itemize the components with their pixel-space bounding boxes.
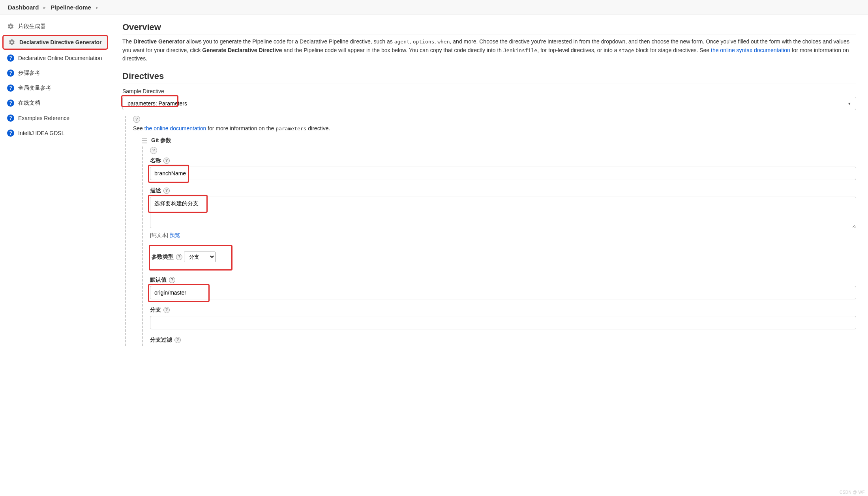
gear-icon	[8, 39, 15, 46]
description-textarea[interactable]: 选择要构建的分支	[150, 197, 856, 228]
breadcrumb-item-dashboard[interactable]: Dashboard	[8, 4, 39, 11]
branch-input[interactable]	[150, 316, 856, 329]
breadcrumb-item-project[interactable]: Pipeline-dome	[51, 4, 91, 11]
sidebar-item-intellij-gdsl[interactable]: ? IntelliJ IDEA GDSL	[0, 126, 111, 141]
description-label: 描述 ?	[150, 187, 170, 194]
sample-directive-select[interactable]: parameters: Parameters	[122, 97, 856, 110]
sidebar-item-examples-ref[interactable]: ? Examples Reference	[0, 111, 111, 126]
sidebar-item-label: 在线文档	[18, 100, 40, 107]
param-type-label: 参数类型 ?	[152, 254, 182, 261]
sidebar-item-global-var-ref[interactable]: ? 全局变量参考	[0, 81, 111, 96]
param-type-select[interactable]: 分支	[184, 252, 216, 262]
default-value-input[interactable]	[150, 286, 856, 299]
help-icon: ?	[7, 54, 14, 62]
chevron-right-icon: ▸	[96, 5, 98, 10]
sidebar-item-label: 全局变量参考	[18, 85, 51, 92]
overview-heading: Overview	[122, 22, 856, 34]
sample-directive-label: Sample Directive	[122, 88, 856, 94]
help-icon[interactable]: ?	[163, 188, 170, 194]
sidebar-item-label: 步骤参考	[18, 70, 40, 77]
sidebar-item-label: IntelliJ IDEA GDSL	[18, 130, 65, 136]
help-icon[interactable]: ?	[174, 337, 181, 343]
help-icon[interactable]: ?	[176, 254, 182, 260]
git-param-title: Git 参数	[151, 137, 171, 144]
name-input[interactable]	[150, 167, 856, 180]
sidebar: 片段生成器 Declarative Directive Generator ? …	[0, 15, 111, 360]
drag-handle-icon[interactable]	[142, 138, 147, 143]
default-value-label: 默认值 ?	[150, 276, 175, 284]
help-icon: ?	[7, 85, 14, 92]
help-icon: ?	[7, 70, 14, 77]
syntax-docs-link[interactable]: the online syntax documentation	[711, 47, 790, 53]
description-hint: [纯文本] 预览	[150, 232, 856, 239]
main-content: Overview The Directive Generator allows …	[111, 15, 868, 360]
sidebar-item-directive-generator[interactable]: Declarative Directive Generator	[2, 35, 108, 50]
preview-link[interactable]: 预览	[170, 232, 180, 238]
sidebar-item-label: Examples Reference	[18, 115, 69, 121]
help-icon[interactable]: ?	[163, 307, 170, 313]
breadcrumb: Dashboard ▸ Pipeline-dome ▸	[0, 0, 868, 15]
sidebar-item-step-ref[interactable]: ? 步骤参考	[0, 66, 111, 81]
sidebar-item-label: Declarative Online Documentation	[18, 55, 102, 61]
sidebar-item-online-docs[interactable]: ? Declarative Online Documentation	[0, 51, 111, 66]
online-doc-link[interactable]: the online documentation	[144, 125, 206, 132]
sidebar-item-label: 片段生成器	[18, 23, 46, 30]
chevron-right-icon: ▸	[43, 5, 46, 10]
gear-icon	[7, 23, 14, 30]
see-docs-text: See the online documentation for more in…	[133, 125, 856, 132]
help-icon[interactable]: ?	[150, 147, 157, 154]
help-icon[interactable]: ?	[163, 158, 170, 164]
branch-filter-label: 分支过滤 ?	[150, 336, 181, 344]
name-label: 名称 ?	[150, 157, 170, 164]
sidebar-item-online-doc[interactable]: ? 在线文档	[0, 96, 111, 111]
help-icon: ?	[7, 130, 14, 137]
help-icon: ?	[7, 115, 14, 122]
help-icon[interactable]: ?	[169, 277, 175, 283]
overview-text: The Directive Generator allows you to ge…	[122, 38, 856, 63]
help-icon: ?	[7, 100, 14, 107]
sidebar-item-label: Declarative Directive Generator	[19, 39, 102, 45]
sidebar-item-snippet-generator[interactable]: 片段生成器	[0, 19, 111, 34]
branch-label: 分支 ?	[150, 306, 170, 314]
directives-heading: Directives	[122, 71, 856, 83]
help-icon[interactable]: ?	[133, 116, 140, 123]
